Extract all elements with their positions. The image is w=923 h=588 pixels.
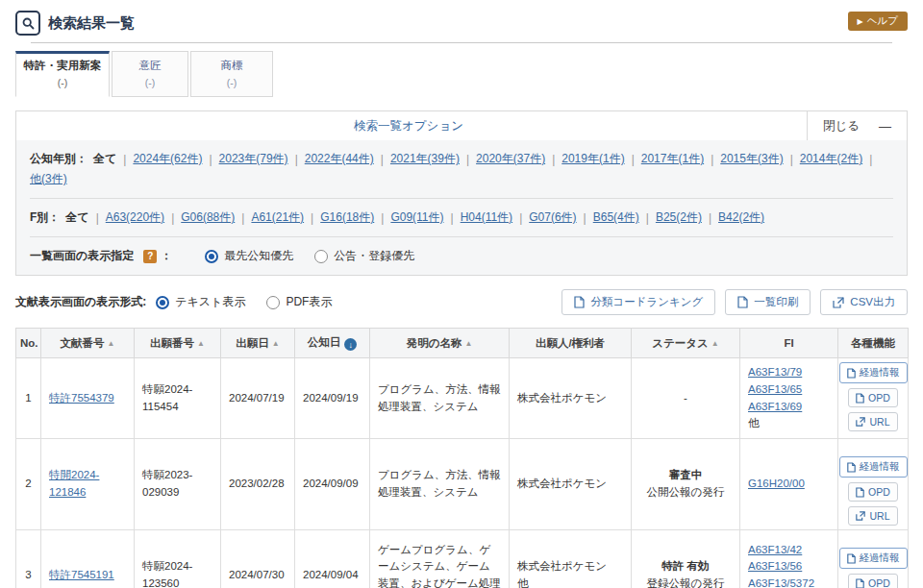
col-doc-number[interactable]: 文献番号▲	[41, 329, 135, 358]
search-options-panel: 検索一覧オプション 閉じる — 公知年別： 全て |2024年(62件) |20…	[15, 110, 908, 276]
year-filter-link[interactable]: 2022年(44件)	[305, 151, 374, 167]
col-app-date[interactable]: 出願日▲	[221, 329, 295, 358]
search-result-icon	[15, 11, 40, 36]
year-filter-link[interactable]: 2024年(62件)	[133, 151, 202, 167]
page-header: 検索結果一覧	[15, 0, 908, 37]
document-icon	[847, 368, 856, 379]
list-print-button[interactable]: 一覧印刷	[725, 289, 811, 315]
col-pub-date[interactable]: 公知日↓	[295, 329, 370, 358]
url-button[interactable]: URL	[848, 412, 897, 431]
fi-link[interactable]: A63F13/65	[748, 381, 830, 399]
opd-button[interactable]: OPD	[848, 574, 898, 588]
applicant-name: 株式会社ポケモン	[517, 558, 623, 576]
year-filter-all: 全て	[93, 151, 116, 167]
fi-link[interactable]: A63F13/42	[748, 542, 830, 559]
col-invention-title[interactable]: 発明の名称▲	[370, 329, 510, 358]
status-main: -	[684, 392, 687, 404]
fi-link[interactable]: A63F13/56	[748, 558, 830, 576]
sort-asc-icon[interactable]: ▲	[197, 339, 205, 348]
cell-app-number: 特願2023-029039	[135, 439, 221, 530]
cell-fi: A63F13/79 A63F13/65 A63F13/69 他	[740, 358, 838, 439]
radio-label: 公告・登録優先	[334, 248, 414, 264]
fi-link[interactable]: A63F13/79	[748, 364, 830, 381]
tab-trademark[interactable]: 商標 (-)	[190, 51, 273, 97]
cell-doc-number: 特許7545191	[41, 530, 135, 588]
document-icon	[847, 553, 856, 564]
doc-display-label: 文献表示画面の表示形式:	[15, 294, 146, 310]
results-table: No. 文献番号▲ 出願番号▲ 出願日▲ 公知日↓ 発明の名称▲ 出願人/権利者…	[15, 328, 909, 588]
sort-asc-icon[interactable]: ▲	[711, 339, 719, 348]
help-button[interactable]: ▶ ヘルプ	[848, 12, 908, 31]
sort-asc-icon[interactable]: ▲	[464, 339, 472, 348]
f-filter-all: 全て	[65, 209, 88, 226]
f-filter-link[interactable]: G07(6件)	[529, 209, 576, 226]
cell-fi: G16H20/00	[740, 439, 838, 530]
cell-pub-date: 2024/09/19	[295, 358, 370, 439]
fi-link[interactable]: A63F13/5372	[748, 576, 830, 588]
col-app-number[interactable]: 出願番号▲	[135, 329, 221, 358]
radio-unselected-icon[interactable]	[266, 296, 280, 309]
f-filter-link[interactable]: B65(4件)	[593, 209, 639, 226]
options-close-control[interactable]: 閉じる —	[807, 111, 907, 140]
tab-label: 商標	[191, 59, 272, 73]
url-button[interactable]: URL	[848, 506, 897, 526]
radio-option-saisen[interactable]: 最先公知優先	[205, 248, 293, 264]
year-filter-link[interactable]: 2021年(39件)	[390, 151, 460, 167]
f-filter-link[interactable]: G16(18件)	[320, 209, 374, 226]
year-filter-link[interactable]: 他(3件)	[30, 171, 67, 187]
col-status[interactable]: ステータス▲	[632, 329, 740, 358]
opd-button[interactable]: OPD	[848, 482, 898, 502]
help-button-label: ヘルプ	[867, 14, 898, 28]
f-filter-link[interactable]: G09(11件)	[390, 209, 443, 226]
cell-applicant: 株式会社ポケモン	[510, 358, 632, 439]
radio-label: PDF表示	[286, 294, 332, 310]
fi-link[interactable]: A63F13/69	[748, 399, 830, 416]
f-filter-link[interactable]: H04(11件)	[461, 209, 512, 226]
cell-fi: A63F13/42 A63F13/56 A63F13/5372 他	[740, 530, 838, 588]
external-link-icon	[856, 417, 865, 427]
classification-ranking-button[interactable]: 分類コードランキング	[561, 289, 715, 315]
year-filter-link[interactable]: 2014年(2件)	[800, 151, 862, 167]
csv-export-button[interactable]: CSV出力	[820, 289, 908, 315]
cell-invention-title: プログラム、方法、情報処理装置、システム	[370, 358, 510, 439]
radio-option-kokoku[interactable]: 公告・登録優先	[314, 248, 414, 264]
tab-design[interactable]: 意匠 (-)	[112, 51, 188, 97]
cell-app-number: 特願2024-115454	[135, 358, 221, 439]
radio-option-pdf[interactable]: PDF表示	[266, 294, 332, 310]
status-sub: 登録公報の発行	[639, 576, 732, 588]
opd-button[interactable]: OPD	[848, 388, 898, 407]
radio-selected-icon[interactable]	[205, 250, 218, 263]
radio-selected-icon[interactable]	[156, 296, 169, 309]
f-filter-link[interactable]: G06(88件)	[181, 209, 235, 226]
year-filter-link[interactable]: 2023年(79件)	[219, 151, 288, 167]
cell-functions: 経過情報 OPD URL	[838, 439, 909, 530]
close-label[interactable]: 閉じる	[823, 118, 860, 135]
f-filter-link[interactable]: B42(2件)	[718, 209, 764, 226]
progress-info-button[interactable]: 経過情報	[839, 456, 908, 478]
f-filter-link[interactable]: A61(21件)	[251, 209, 304, 226]
year-filter-link[interactable]: 2017年(1件)	[641, 151, 704, 167]
sort-asc-icon[interactable]: ▲	[108, 339, 115, 348]
progress-info-button[interactable]: 経過情報	[839, 548, 908, 569]
cell-status: 審査中 公開公報の発行	[632, 439, 740, 530]
year-filter-link[interactable]: 2020年(37件)	[476, 151, 545, 167]
fi-link[interactable]: G16H20/00	[748, 476, 830, 493]
doc-number-link[interactable]: 特許7554379	[49, 392, 114, 404]
sort-asc-icon[interactable]: ▲	[272, 339, 280, 348]
year-filter-link[interactable]: 2015年(3件)	[720, 151, 783, 167]
doc-number-link[interactable]: 特許7545191	[49, 569, 114, 580]
f-filter-link[interactable]: B25(2件)	[656, 209, 702, 226]
radio-unselected-icon[interactable]	[314, 250, 328, 263]
sort-active-desc-icon[interactable]: ↓	[344, 338, 357, 351]
f-filter-link[interactable]: A63(220件)	[106, 209, 164, 226]
cell-app-date: 2023/02/28	[221, 439, 295, 530]
collapse-minus-icon[interactable]: —	[879, 119, 891, 134]
col-functions: 各種機能	[838, 329, 909, 358]
year-filter-link[interactable]: 2019年(1件)	[561, 151, 624, 167]
tab-patent-utility[interactable]: 特許・実用新案 (-)	[15, 51, 110, 97]
radio-option-text[interactable]: テキスト表示	[156, 294, 245, 310]
question-help-icon[interactable]: ?	[143, 250, 157, 263]
doc-number-link[interactable]: 特開2024-121846	[49, 469, 99, 498]
tab-label: 特許・実用新案	[16, 59, 109, 73]
progress-info-button[interactable]: 経過情報	[839, 362, 908, 383]
